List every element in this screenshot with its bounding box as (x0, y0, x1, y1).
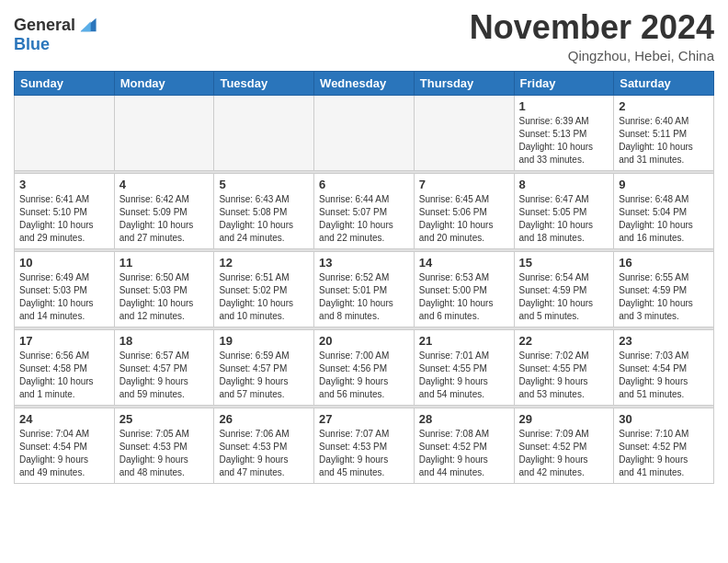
table-row: 19Sunrise: 6:59 AM Sunset: 4:57 PM Dayli… (214, 329, 314, 405)
table-row: 23Sunrise: 7:03 AM Sunset: 4:54 PM Dayli… (614, 329, 714, 405)
day-info: Sunrise: 6:42 AM Sunset: 5:09 PM Dayligh… (119, 193, 210, 245)
day-info: Sunrise: 7:01 AM Sunset: 4:55 PM Dayligh… (419, 350, 509, 401)
day-info: Sunrise: 7:02 AM Sunset: 4:55 PM Dayligh… (519, 350, 609, 401)
day-info: Sunrise: 6:52 AM Sunset: 5:01 PM Dayligh… (319, 271, 409, 323)
day-number: 1 (519, 99, 609, 113)
day-info: Sunrise: 7:07 AM Sunset: 4:53 PM Dayligh… (319, 428, 409, 479)
col-wednesday: Wednesday (314, 71, 415, 95)
day-number: 25 (119, 412, 210, 426)
day-info: Sunrise: 7:08 AM Sunset: 4:52 PM Dayligh… (419, 428, 509, 479)
col-tuesday: Tuesday (214, 71, 314, 95)
page: General Blue November 2024 Qingzhou, Heb… (0, 0, 728, 498)
day-number: 23 (619, 334, 709, 348)
header: General Blue November 2024 Qingzhou, Heb… (14, 9, 714, 63)
calendar-week-row: 24Sunrise: 7:04 AM Sunset: 4:54 PM Dayli… (15, 408, 714, 483)
day-number: 11 (119, 256, 210, 270)
day-number: 22 (519, 334, 609, 348)
table-row: 20Sunrise: 7:00 AM Sunset: 4:56 PM Dayli… (314, 329, 415, 405)
logo-blue-text: Blue (14, 35, 50, 53)
table-row: 8Sunrise: 6:47 AM Sunset: 5:05 PM Daylig… (514, 173, 614, 248)
col-friday: Friday (514, 71, 614, 95)
table-row: 11Sunrise: 6:50 AM Sunset: 5:03 PM Dayli… (114, 251, 214, 327)
table-row: 3Sunrise: 6:41 AM Sunset: 5:10 PM Daylig… (15, 173, 115, 248)
day-info: Sunrise: 6:39 AM Sunset: 5:13 PM Dayligh… (519, 115, 609, 167)
table-row: 27Sunrise: 7:07 AM Sunset: 4:53 PM Dayli… (314, 408, 415, 483)
logo: General Blue (14, 9, 97, 54)
table-row: 21Sunrise: 7:01 AM Sunset: 4:55 PM Dayli… (414, 329, 514, 405)
table-row (214, 95, 314, 170)
day-number: 14 (419, 256, 509, 270)
day-info: Sunrise: 7:04 AM Sunset: 4:54 PM Dayligh… (19, 428, 109, 479)
day-number: 3 (19, 178, 109, 191)
col-thursday: Thursday (414, 71, 514, 95)
table-row: 24Sunrise: 7:04 AM Sunset: 4:54 PM Dayli… (15, 408, 115, 483)
table-row: 6Sunrise: 6:44 AM Sunset: 5:07 PM Daylig… (314, 173, 415, 248)
day-number: 18 (119, 334, 210, 348)
day-info: Sunrise: 7:09 AM Sunset: 4:52 PM Dayligh… (519, 428, 609, 479)
day-number: 30 (619, 412, 709, 426)
day-info: Sunrise: 6:51 AM Sunset: 5:02 PM Dayligh… (219, 271, 309, 323)
day-info: Sunrise: 6:55 AM Sunset: 4:59 PM Dayligh… (619, 271, 709, 323)
day-number: 7 (419, 178, 509, 191)
svg-marker-1 (81, 21, 91, 31)
month-year: November 2024 (470, 9, 714, 46)
logo-general-text: General (14, 16, 75, 35)
day-info: Sunrise: 7:03 AM Sunset: 4:54 PM Dayligh… (619, 350, 709, 401)
table-row: 18Sunrise: 6:57 AM Sunset: 4:57 PM Dayli… (114, 329, 214, 405)
day-number: 26 (219, 412, 309, 426)
day-info: Sunrise: 6:53 AM Sunset: 5:00 PM Dayligh… (419, 271, 509, 323)
day-number: 6 (319, 178, 409, 191)
day-info: Sunrise: 6:48 AM Sunset: 5:04 PM Dayligh… (619, 193, 709, 245)
table-row: 10Sunrise: 6:49 AM Sunset: 5:03 PM Dayli… (15, 251, 115, 327)
day-info: Sunrise: 6:47 AM Sunset: 5:05 PM Dayligh… (519, 193, 609, 245)
table-row (15, 95, 115, 170)
day-info: Sunrise: 6:50 AM Sunset: 5:03 PM Dayligh… (119, 271, 210, 323)
day-info: Sunrise: 7:06 AM Sunset: 4:53 PM Dayligh… (219, 428, 309, 479)
table-row: 22Sunrise: 7:02 AM Sunset: 4:55 PM Dayli… (514, 329, 614, 405)
day-number: 10 (19, 256, 109, 270)
day-number: 12 (219, 256, 309, 270)
day-info: Sunrise: 7:00 AM Sunset: 4:56 PM Dayligh… (319, 350, 409, 401)
table-row: 16Sunrise: 6:55 AM Sunset: 4:59 PM Dayli… (614, 251, 714, 327)
day-number: 21 (419, 334, 509, 348)
calendar-week-row: 10Sunrise: 6:49 AM Sunset: 5:03 PM Dayli… (15, 251, 714, 327)
col-saturday: Saturday (614, 71, 714, 95)
table-row: 12Sunrise: 6:51 AM Sunset: 5:02 PM Dayli… (214, 251, 314, 327)
calendar-week-row: 1Sunrise: 6:39 AM Sunset: 5:13 PM Daylig… (15, 95, 714, 170)
table-row: 7Sunrise: 6:45 AM Sunset: 5:06 PM Daylig… (414, 173, 514, 248)
day-number: 15 (519, 256, 609, 270)
day-number: 13 (319, 256, 409, 270)
day-number: 8 (519, 178, 609, 191)
title-block: November 2024 Qingzhou, Hebei, China (470, 9, 714, 63)
table-row (414, 95, 514, 170)
day-number: 17 (19, 334, 109, 348)
day-info: Sunrise: 6:43 AM Sunset: 5:08 PM Dayligh… (219, 193, 309, 245)
table-row: 2Sunrise: 6:40 AM Sunset: 5:11 PM Daylig… (614, 95, 714, 170)
table-row (114, 95, 214, 170)
day-info: Sunrise: 6:44 AM Sunset: 5:07 PM Dayligh… (319, 193, 409, 245)
day-number: 5 (219, 178, 309, 191)
table-row: 29Sunrise: 7:09 AM Sunset: 4:52 PM Dayli… (514, 408, 614, 483)
day-number: 24 (19, 412, 109, 426)
day-info: Sunrise: 6:54 AM Sunset: 4:59 PM Dayligh… (519, 271, 609, 323)
day-info: Sunrise: 6:57 AM Sunset: 4:57 PM Dayligh… (119, 350, 210, 401)
table-row (314, 95, 415, 170)
location: Qingzhou, Hebei, China (470, 48, 714, 63)
day-info: Sunrise: 6:59 AM Sunset: 4:57 PM Dayligh… (219, 350, 309, 401)
calendar-header-row: Sunday Monday Tuesday Wednesday Thursday… (15, 71, 714, 95)
table-row: 4Sunrise: 6:42 AM Sunset: 5:09 PM Daylig… (114, 173, 214, 248)
table-row: 26Sunrise: 7:06 AM Sunset: 4:53 PM Dayli… (214, 408, 314, 483)
day-number: 19 (219, 334, 309, 348)
table-row: 25Sunrise: 7:05 AM Sunset: 4:53 PM Dayli… (114, 408, 214, 483)
day-number: 27 (319, 412, 409, 426)
calendar: Sunday Monday Tuesday Wednesday Thursday… (14, 71, 714, 484)
day-number: 29 (519, 412, 609, 426)
day-info: Sunrise: 6:40 AM Sunset: 5:11 PM Dayligh… (619, 115, 709, 167)
table-row: 28Sunrise: 7:08 AM Sunset: 4:52 PM Dayli… (414, 408, 514, 483)
day-number: 4 (119, 178, 210, 191)
day-info: Sunrise: 7:05 AM Sunset: 4:53 PM Dayligh… (119, 428, 210, 479)
table-row: 14Sunrise: 6:53 AM Sunset: 5:00 PM Dayli… (414, 251, 514, 327)
day-info: Sunrise: 6:49 AM Sunset: 5:03 PM Dayligh… (19, 271, 109, 323)
day-number: 28 (419, 412, 509, 426)
col-sunday: Sunday (15, 71, 115, 95)
